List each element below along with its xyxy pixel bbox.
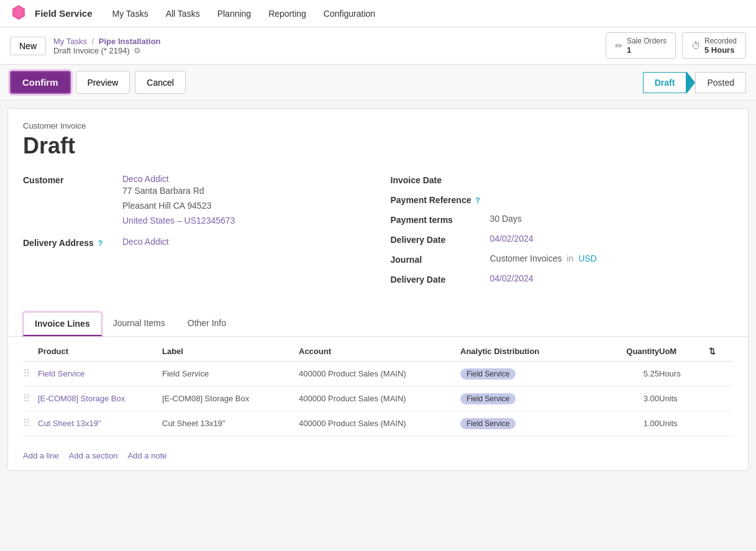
customer-value: Deco Addict 77 Santa Barbara Rd Pleasant… — [122, 174, 235, 228]
status-posted[interactable]: Posted — [695, 72, 746, 93]
journal-label: Journal — [391, 253, 490, 265]
uom-cell: Hours — [659, 369, 709, 378]
toolbar-right: ✏ Sale Orders 1 ⏱ Recorded 5 Hours — [606, 32, 746, 59]
payment-terms-row: Payment terms 30 Days — [391, 214, 734, 225]
recorded-hours-button[interactable]: ⏱ Recorded 5 Hours — [682, 32, 746, 59]
customer-row: Customer Deco Addict 77 Santa Barbara Rd… — [23, 174, 366, 228]
journal-value: Customer Invoices in USD — [490, 253, 597, 263]
invoice-type: Customer Invoice — [23, 121, 733, 130]
delivery-date-label: Delivery Date — [391, 234, 490, 245]
quantity-cell[interactable]: 1.00 — [597, 419, 659, 428]
add-line-link[interactable]: Add a line — [23, 451, 59, 460]
analytic-badge[interactable]: Field Service — [460, 418, 516, 429]
tab-invoice-lines[interactable]: Invoice Lines — [23, 312, 102, 336]
nav-reporting[interactable]: Reporting — [261, 5, 314, 22]
breadcrumb: My Tasks / Pipe Installation — [53, 37, 161, 46]
drag-handle[interactable]: ⠿ — [23, 417, 38, 429]
add-note-link[interactable]: Add a note — [128, 451, 167, 460]
table-footer: Add a line Add a section Add a note — [8, 446, 748, 470]
top-nav: Field Service My Tasks All Tasks Plannin… — [0, 0, 756, 27]
delivery-address-row: Delivery Address ? Deco Addict — [23, 237, 366, 248]
quantity-cell[interactable]: 3.00 — [597, 394, 659, 403]
sale-orders-icon: ✏ — [615, 40, 623, 52]
delivery-date2-row: Delivery Date 04/02/2024 — [391, 273, 734, 285]
uom-cell: Units — [659, 419, 709, 428]
delivery-date-value[interactable]: 04/02/2024 — [490, 234, 534, 244]
customer-address: 77 Santa Barbara Rd Pleasant Hill CA 945… — [122, 184, 235, 228]
action-bar: Confirm Preview Cancel Draft Posted — [0, 65, 756, 101]
invoice-status-title: Draft — [23, 133, 733, 159]
account-cell: 400000 Product Sales (MAIN) — [299, 369, 460, 378]
delivery-address-label: Delivery Address ? — [23, 237, 122, 248]
product-cell[interactable]: [E-COM08] Storage Box — [38, 394, 162, 403]
recorded-hours-label: Recorded — [704, 37, 737, 45]
analytic-cell: Field Service — [460, 368, 597, 380]
col-drag-header — [23, 347, 38, 356]
col-settings-header[interactable]: ⇅ — [709, 347, 727, 356]
form-right: Invoice Date Payment Reference ? Payment… — [391, 174, 734, 293]
drag-handle[interactable]: ⠿ — [23, 393, 38, 404]
quantity-cell[interactable]: 5.25 — [597, 369, 659, 378]
delivery-date2-label: Delivery Date — [391, 273, 490, 285]
journal-name[interactable]: Customer Invoices — [490, 253, 562, 263]
sale-orders-button[interactable]: ✏ Sale Orders 1 — [606, 32, 676, 59]
payment-terms-value[interactable]: 30 Days — [490, 214, 522, 224]
drag-handle[interactable]: ⠿ — [23, 368, 38, 380]
toolbar: New My Tasks / Pipe Installation Draft I… — [0, 27, 756, 65]
product-cell[interactable]: Cut Sheet 13x19" — [38, 419, 162, 428]
payment-reference-help[interactable]: ? — [475, 196, 480, 205]
label-cell: Field Service — [162, 369, 299, 378]
account-cell: 400000 Product Sales (MAIN) — [299, 419, 460, 428]
uom-cell: Units — [659, 394, 709, 403]
confirm-button[interactable]: Confirm — [10, 71, 71, 94]
label-cell: Cut Sheet 13x19" — [162, 419, 299, 428]
tabs-bar: Invoice Lines Journal Items Other Info — [8, 312, 748, 337]
label-cell: [E-COM08] Storage Box — [162, 394, 299, 403]
gear-icon[interactable]: ⚙ — [134, 46, 141, 55]
preview-button[interactable]: Preview — [76, 71, 130, 94]
col-product-header: Product — [38, 347, 162, 356]
customer-name[interactable]: Deco Addict — [122, 174, 235, 184]
add-section-link[interactable]: Add a section — [69, 451, 118, 460]
product-cell[interactable]: Field Service — [38, 369, 162, 378]
payment-reference-label: Payment Reference ? — [391, 194, 490, 205]
invoice-date-label: Invoice Date — [391, 174, 490, 185]
analytic-badge[interactable]: Field Service — [460, 393, 516, 404]
nav-my-tasks[interactable]: My Tasks — [105, 5, 156, 22]
delivery-address-help[interactable]: ? — [98, 239, 102, 248]
nav-configuration[interactable]: Configuration — [316, 5, 383, 22]
nav-all-tasks[interactable]: All Tasks — [158, 5, 207, 22]
app-name: Field Service — [35, 8, 93, 19]
recorded-hours-value: 5 Hours — [704, 45, 737, 55]
table-header: Product Label Account Analytic Distribut… — [23, 342, 733, 362]
analytic-badge[interactable]: Field Service — [460, 368, 516, 380]
journal-currency[interactable]: USD — [578, 253, 597, 263]
breadcrumb-area: My Tasks / Pipe Installation Draft Invoi… — [53, 37, 161, 55]
action-buttons: Confirm Preview Cancel — [10, 71, 186, 94]
analytic-cell: Field Service — [460, 393, 597, 404]
tab-other-info[interactable]: Other Info — [176, 312, 237, 336]
tab-journal-items[interactable]: Journal Items — [102, 312, 176, 336]
breadcrumb-parent[interactable]: My Tasks — [53, 37, 87, 46]
status-arrow — [686, 71, 695, 94]
col-label-header: Label — [162, 347, 299, 356]
table-row: ⠿ Cut Sheet 13x19" Cut Sheet 13x19" 4000… — [23, 411, 733, 436]
nav-planning[interactable]: Planning — [210, 5, 259, 22]
journal-row: Journal Customer Invoices in USD — [391, 253, 734, 265]
breadcrumb-sep: / — [92, 37, 94, 46]
delivery-address-value[interactable]: Deco Addict — [122, 237, 169, 247]
status-draft[interactable]: Draft — [643, 72, 687, 93]
main-content: Customer Invoice Draft Customer Deco Add… — [7, 108, 749, 471]
col-uom-header: UoM — [659, 347, 709, 356]
analytic-cell: Field Service — [460, 418, 597, 429]
breadcrumb-current[interactable]: Pipe Installation — [99, 37, 161, 46]
new-button[interactable]: New — [10, 37, 46, 55]
payment-reference-row: Payment Reference ? — [391, 194, 734, 205]
cancel-button[interactable]: Cancel — [135, 71, 186, 94]
delivery-date2-value[interactable]: 04/02/2024 — [490, 273, 534, 283]
customer-label: Customer — [23, 174, 122, 185]
toolbar-left: New My Tasks / Pipe Installation Draft I… — [10, 37, 161, 55]
invoice-table: Product Label Account Analytic Distribut… — [8, 342, 748, 446]
col-analytic-header: Analytic Distribution — [460, 347, 597, 356]
sale-orders-value: 1 — [627, 45, 667, 55]
